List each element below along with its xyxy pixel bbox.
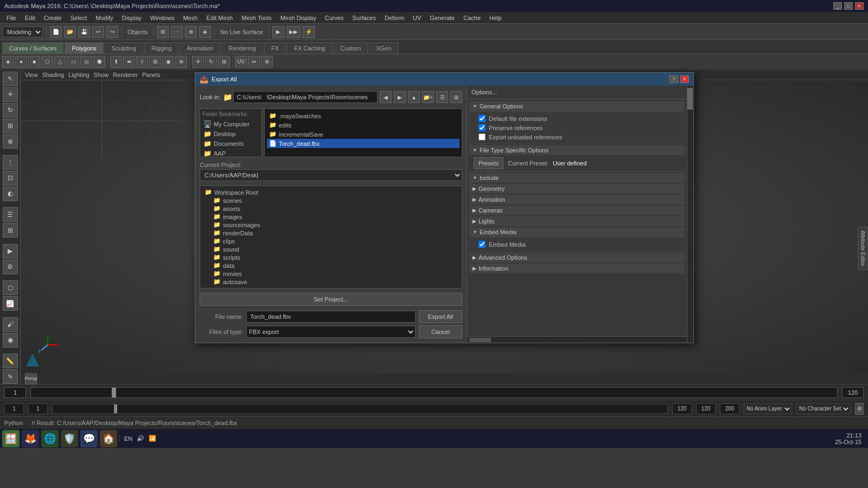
set-project-button[interactable]: Set Project...	[200, 293, 462, 306]
mirror-btn[interactable]: ⇔	[248, 56, 260, 68]
menu-select[interactable]: Select	[66, 14, 92, 22]
tab-rigging[interactable]: Rigging	[144, 42, 178, 54]
poly-prim-btn[interactable]: ⬟	[93, 56, 105, 68]
options-scrollbar[interactable]	[687, 86, 693, 343]
menu-mesh-display[interactable]: Mesh Display	[276, 14, 321, 22]
tree-renderdata[interactable]: 📁 renderData	[202, 229, 459, 237]
taskbar-start[interactable]: 🪟	[2, 430, 20, 447]
animation-header[interactable]: ▶ Animation	[469, 195, 685, 204]
menu-deform[interactable]: Deform	[380, 14, 409, 22]
general-options-header[interactable]: ▼ General Options	[469, 101, 685, 111]
bookmark-documents[interactable]: 📁 Documents	[202, 139, 259, 149]
tree-data[interactable]: 📁 data	[202, 261, 459, 269]
bevel-btn[interactable]: ◊	[136, 56, 148, 68]
nav-forward-btn[interactable]: ▶	[394, 91, 406, 103]
tab-custom[interactable]: Custom	[334, 42, 368, 54]
render-seq-btn[interactable]: ▶▶	[286, 26, 301, 38]
rotate-tool[interactable]: ↻	[205, 56, 217, 68]
preserve-references-checkbox[interactable]	[478, 124, 486, 131]
dialog-help-button[interactable]: ?	[669, 75, 678, 83]
taskbar-clock[interactable]: 21:13 25-Oct-15	[835, 432, 866, 445]
menu-windows[interactable]: Windows	[146, 14, 179, 22]
default-extensions-checkbox[interactable]	[478, 115, 486, 122]
scale-tool[interactable]: ⊞	[218, 56, 230, 68]
hscroll-thumb[interactable]	[469, 338, 491, 342]
tree-sound[interactable]: 📁 sound	[202, 245, 459, 253]
ipr-btn[interactable]: ⚡	[303, 26, 315, 38]
bookmark-aap[interactable]: 📁 AAP	[202, 149, 259, 158]
menu-file[interactable]: File	[2, 14, 21, 22]
maximize-button[interactable]: □	[844, 2, 853, 10]
file-item-edits[interactable]: 📁 edits	[267, 120, 459, 130]
frame-end-input[interactable]	[672, 403, 692, 414]
open-btn[interactable]: 📂	[64, 26, 76, 38]
network-icon[interactable]: 📶	[149, 435, 156, 442]
char-set-btn[interactable]: ⚙	[855, 403, 864, 415]
combine-btn[interactable]: ⊕	[261, 56, 273, 68]
include-header[interactable]: ▼ Include	[469, 173, 685, 183]
cameras-header[interactable]: ▶ Cameras	[469, 206, 685, 215]
tree-assets[interactable]: 📁 assets	[202, 204, 459, 213]
frame-slider-thumb[interactable]	[114, 404, 117, 413]
tree-movies[interactable]: 📁 movies	[202, 269, 459, 278]
paint-tool[interactable]: 🖌	[3, 317, 18, 332]
tab-fx[interactable]: FX	[264, 42, 286, 54]
plane-btn[interactable]: ▭	[67, 56, 79, 68]
tab-xgen[interactable]: XGen	[369, 42, 398, 54]
extrude-btn[interactable]: ⬆	[110, 56, 122, 68]
menu-modify[interactable]: Modify	[91, 14, 117, 22]
range-start-input[interactable]	[696, 403, 716, 414]
cancel-button[interactable]: Cancel	[419, 325, 462, 338]
options-scroll[interactable]: ▼ General Options Default file extension…	[467, 99, 687, 336]
nav-new-folder-btn[interactable]: 📁+	[422, 91, 434, 103]
attribute-editor-tab[interactable]: Attribute Editor	[858, 227, 868, 270]
advanced-header[interactable]: ▶ Advanced Options	[469, 253, 685, 262]
anim-layer-select[interactable]: No Anim Layer	[744, 403, 792, 414]
snap-curve-btn[interactable]: ⋯	[171, 26, 183, 38]
redo-btn[interactable]: ↪	[106, 26, 118, 38]
uv-editor-btn[interactable]: UV	[235, 56, 247, 68]
menu-edit-mesh[interactable]: Edit Mesh	[202, 14, 237, 22]
menu-cache[interactable]: Cache	[459, 14, 485, 22]
save-btn[interactable]: 💾	[78, 26, 90, 38]
rotate-btn[interactable]: ↻	[3, 103, 18, 118]
range-end-input[interactable]	[720, 403, 739, 414]
file-type-header[interactable]: ▼ File Type Specific Options	[469, 145, 685, 155]
nav-detail-btn[interactable]: ⊞	[450, 91, 462, 103]
menu-create[interactable]: Create	[40, 14, 66, 22]
tree-scripts[interactable]: 📁 scripts	[202, 253, 459, 261]
tree-sourceimages[interactable]: 📁 sourceimages	[202, 221, 459, 229]
lights-header[interactable]: ▶ Lights	[469, 216, 685, 226]
nav-back-btn[interactable]: ◀	[380, 91, 392, 103]
window-close-button[interactable]: ✕	[855, 2, 864, 10]
frame-slider[interactable]	[52, 404, 668, 414]
menu-mesh[interactable]: Mesh	[178, 14, 202, 22]
tab-polygons[interactable]: Polygons	[65, 42, 103, 54]
menu-generate[interactable]: Generate	[425, 14, 459, 22]
project-path-select[interactable]: C:/Users/AAP/Desk|	[200, 169, 462, 181]
graph-editor[interactable]: 📈	[3, 296, 18, 311]
snap-grid-btn[interactable]: ⊞	[157, 26, 169, 38]
render-settings[interactable]: ⚙	[3, 260, 18, 274]
move-tool[interactable]: ✛	[192, 56, 204, 68]
frame-current-input[interactable]	[28, 403, 48, 414]
nav-up-btn[interactable]: ▲	[408, 91, 420, 103]
menu-mesh-tools[interactable]: Mesh Tools	[237, 14, 276, 22]
select-btn[interactable]: ↖	[3, 72, 18, 86]
torus-btn[interactable]: ◎	[80, 56, 92, 68]
minimize-button[interactable]: _	[833, 2, 842, 10]
menu-display[interactable]: Display	[118, 14, 146, 22]
tab-sculpting[interactable]: Sculpting	[105, 42, 143, 54]
render-view[interactable]: ▶	[3, 244, 18, 259]
menu-surfaces[interactable]: Surfaces	[348, 14, 380, 22]
volume-icon[interactable]: 🔊	[137, 435, 144, 442]
tab-animation[interactable]: Animation	[180, 42, 220, 54]
snap-point-btn[interactable]: ⊕	[185, 26, 197, 38]
menu-edit[interactable]: Edit	[21, 14, 40, 22]
timeline-track[interactable]	[30, 387, 838, 398]
move-btn[interactable]: ✛	[3, 87, 18, 102]
scale-btn[interactable]: ⊞	[3, 119, 18, 133]
menu-curves[interactable]: Curves	[321, 14, 348, 22]
annotation-tool[interactable]: ✎	[3, 369, 18, 384]
frame-start-input[interactable]	[4, 403, 24, 414]
